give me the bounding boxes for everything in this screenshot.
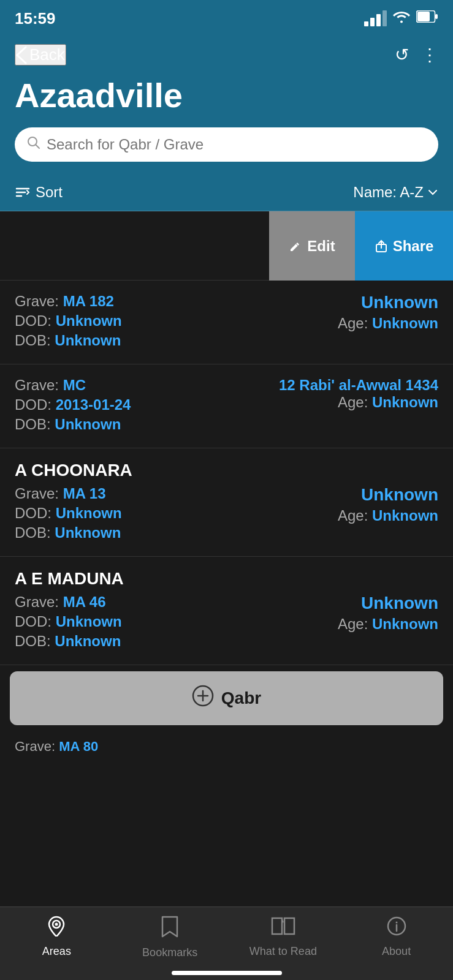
- nav-row: Back ↺ ⋮: [15, 44, 438, 66]
- svg-rect-2: [435, 14, 438, 19]
- svg-point-9: [395, 922, 397, 924]
- list-area: Edit Share Unknown Age: Unknown Grave: M…: [0, 211, 453, 755]
- signal-icon: [364, 10, 387, 26]
- edit-label: Edit: [307, 238, 335, 255]
- search-icon: [27, 136, 40, 153]
- header: Back ↺ ⋮ Azaadville: [0, 37, 453, 174]
- tab-what-to-read[interactable]: What to Read: [227, 916, 340, 958]
- search-bar[interactable]: [15, 127, 438, 162]
- tab-about-label: About: [382, 945, 411, 958]
- page-title: Azaadville: [15, 75, 438, 115]
- search-input[interactable]: [47, 136, 426, 153]
- nav-actions: ↺ ⋮: [395, 45, 438, 65]
- status-bar: 15:59: [0, 0, 453, 37]
- grave-item-swiped[interactable]: Edit Share Unknown Age: Unknown: [0, 211, 453, 281]
- add-qabr-button[interactable]: Qabr: [10, 671, 443, 725]
- about-icon: [386, 916, 407, 941]
- tab-areas[interactable]: Areas: [0, 916, 113, 958]
- tab-what-to-read-label: What to Read: [249, 945, 317, 958]
- wifi-icon: [393, 10, 410, 27]
- add-qabr-label: Qabr: [221, 688, 261, 708]
- svg-rect-1: [417, 12, 430, 21]
- status-icons: [364, 10, 438, 27]
- sort-row: Sort Name: A-Z: [0, 174, 453, 211]
- share-action[interactable]: Share: [355, 211, 453, 281]
- tab-bookmarks[interactable]: Bookmarks: [113, 916, 227, 959]
- partial-item: Grave: MA 80: [0, 731, 453, 755]
- bookmarks-icon: [161, 916, 179, 943]
- grave-row-swiped[interactable]: Unknown Age: Unknown: [0, 211, 269, 281]
- tab-about[interactable]: About: [340, 916, 453, 958]
- tab-areas-label: Areas: [42, 945, 71, 958]
- grave-item-3[interactable]: A CHOONARA Grave: MA 13 DOD: Unknown DOB…: [0, 448, 453, 557]
- edit-action[interactable]: Edit: [269, 211, 355, 281]
- back-button[interactable]: Back: [15, 44, 66, 66]
- svg-point-7: [55, 923, 58, 926]
- sort-label: Sort: [36, 184, 63, 201]
- share-label: Share: [393, 238, 434, 255]
- tab-bar: Areas Bookmarks What to Read About: [0, 907, 453, 980]
- tab-bookmarks-label: Bookmarks: [142, 946, 197, 959]
- grave-item-1[interactable]: Grave: MA 182 DOD: Unknown DOB: Unknown …: [0, 281, 453, 364]
- sort-name-label[interactable]: Name: A-Z: [353, 184, 438, 201]
- areas-icon: [46, 916, 67, 941]
- grave-item-2[interactable]: Grave: MC DOD: 2013-01-24 DOB: Unknown 1…: [0, 364, 453, 448]
- home-indicator: [172, 971, 282, 975]
- sort-button[interactable]: Sort: [15, 184, 63, 201]
- read-icon: [271, 916, 295, 941]
- grave-name-3: A CHOONARA: [15, 461, 438, 480]
- refresh-button[interactable]: ↺: [395, 45, 409, 65]
- grave-item-4[interactable]: A E MADUNA Grave: MA 46 DOD: Unknown DOB…: [0, 557, 453, 665]
- battery-icon: [416, 10, 438, 26]
- more-button[interactable]: ⋮: [421, 45, 438, 65]
- grave-name-4: A E MADUNA: [15, 569, 438, 589]
- status-time: 15:59: [15, 9, 56, 28]
- add-icon: [192, 685, 214, 712]
- swipe-actions: Edit Share: [269, 211, 453, 281]
